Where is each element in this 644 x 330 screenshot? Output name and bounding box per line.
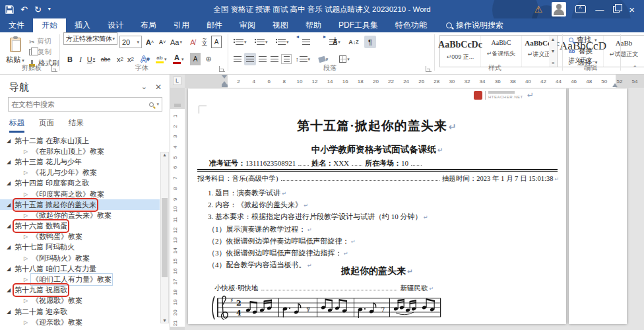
font-color-icon[interactable]: A xyxy=(173,53,184,65)
character-shading-icon[interactable]: A xyxy=(190,53,201,65)
redo-icon[interactable]: ↻ xyxy=(34,5,42,14)
nav-heading-item[interactable]: ◢ 第十四篇 印度客商之歌 xyxy=(0,178,160,189)
admission-line[interactable]: 准考证号：13111623508921姓名：XXX所在考场：10 xyxy=(209,158,424,168)
shrink-font-icon[interactable]: A˅ xyxy=(157,36,168,48)
nav-heading-item[interactable]: ▷ 《咱们工人有力量》教案 xyxy=(0,274,160,284)
font-size-select[interactable]: 20▾ xyxy=(119,36,142,48)
nav-search-input[interactable] xyxy=(11,100,149,108)
expand-triangle-icon[interactable]: ◢ xyxy=(7,244,15,250)
expand-triangle-icon[interactable]: ▷ xyxy=(24,234,32,240)
ribbon-tab[interactable]: 插入 xyxy=(66,18,99,32)
song-title[interactable]: 掀起你的盖头来↵ xyxy=(188,265,566,277)
scroll-up-icon[interactable]: ▲ xyxy=(162,152,167,157)
nav-tab[interactable]: 页面 xyxy=(39,118,54,133)
indent-markers[interactable] xyxy=(222,75,228,87)
ribbon-tab[interactable]: 文件 xyxy=(0,18,33,32)
tab-selector[interactable] xyxy=(173,77,181,85)
expand-triangle-icon[interactable]: ▷ xyxy=(24,148,32,154)
paragraph-dialog-launcher[interactable] xyxy=(426,66,432,72)
align-center-icon[interactable] xyxy=(244,53,256,65)
strikethrough-icon[interactable]: abc xyxy=(100,53,111,65)
nav-heading-item[interactable]: ▷ 《迎亲歌》教案 xyxy=(0,317,160,327)
expand-triangle-icon[interactable]: ◢ xyxy=(7,223,15,229)
requirements-list[interactable]: 1. 题目：演奏教学试讲↵2. 内容：《掀起你的盖头来》↵3. 基本要求：根据指… xyxy=(208,187,551,271)
ribbon-tab[interactable]: 帮助 xyxy=(297,18,330,32)
styles-gallery-scrollbar[interactable]: ▲▼≡ xyxy=(549,35,558,67)
font-name-select[interactable]: 方正特雅宋简体▾ xyxy=(63,32,117,45)
nav-heading-item[interactable]: ◢ 第十七篇 阿玛勒火 xyxy=(0,242,160,253)
nav-pane-close-icon[interactable]: ✕ xyxy=(155,82,162,92)
expand-triangle-icon[interactable]: ◢ xyxy=(7,180,15,186)
list-line[interactable]: （3）依据谱例边哼唱低声部旋律边指挥；↵ xyxy=(208,248,551,259)
nav-heading-item[interactable]: ▷ 《在那东山顶上》教案 xyxy=(0,146,160,156)
underline-icon[interactable]: U xyxy=(86,53,96,65)
asian-layout-icon[interactable]: A̽ xyxy=(331,36,342,48)
nav-tab[interactable]: 结果 xyxy=(69,118,84,133)
show-hide-marks-icon[interactable]: ¶ xyxy=(364,36,376,48)
list-line[interactable]: （1）展示演奏课的教学过程；↵ xyxy=(208,224,551,236)
tell-me-search[interactable]: 操作说明搜索 xyxy=(435,18,503,32)
expand-triangle-icon[interactable]: ▷ xyxy=(24,213,32,218)
expand-triangle-icon[interactable]: ◢ xyxy=(7,309,15,315)
nav-heading-item[interactable]: ▷ 《阿玛勒火》教案 xyxy=(0,253,160,263)
nav-search-icon[interactable] xyxy=(149,102,154,107)
expand-triangle-icon[interactable]: ▷ xyxy=(24,191,32,197)
warning-icon[interactable]: ⚠ xyxy=(534,4,543,15)
nav-search-dropdown-icon[interactable]: ▾ xyxy=(156,102,159,107)
nav-pane-options-icon[interactable]: ⌄ xyxy=(141,82,147,91)
expand-triangle-icon[interactable]: ▷ xyxy=(24,277,32,282)
top-margin-marker[interactable] xyxy=(174,104,181,107)
list-line[interactable]: 2. 内容：《掀起你的盖头来》↵ xyxy=(208,199,551,211)
undo-icon[interactable]: ↶ xyxy=(20,5,28,14)
scrollbar-thumb[interactable] xyxy=(162,198,168,277)
style-item[interactable]: AaBbCcDc ↵009 正... xyxy=(440,36,481,67)
nav-heading-item[interactable]: ▷ 《掀起你的盖头来》教案 xyxy=(0,210,160,220)
ribbon-tab[interactable]: 视图 xyxy=(264,18,297,32)
numbering-icon[interactable] xyxy=(255,36,268,48)
ribbon-tab[interactable]: 引用 xyxy=(165,18,198,32)
nav-heading-item[interactable]: ◢ 第二十篇 迎亲歌 xyxy=(0,306,160,317)
right-indent-marker[interactable] xyxy=(612,81,618,87)
change-case-icon[interactable]: Aa xyxy=(170,36,182,48)
expand-triangle-icon[interactable]: ▷ xyxy=(24,255,32,261)
ribbon-tab[interactable]: 审阅 xyxy=(231,18,264,32)
expand-triangle-icon[interactable]: ◢ xyxy=(7,159,15,165)
subject-line[interactable]: 报考科目：音乐(高级中学) 抽题时间：2023 年 1 月 7 日 15:01:… xyxy=(197,174,559,183)
sort-icon[interactable]: A↓Z xyxy=(348,36,359,48)
line-spacing-icon[interactable]: ↕ xyxy=(296,53,310,65)
nav-heading-item[interactable]: ▷ 《印度客商之歌》教案 xyxy=(0,189,160,199)
clipboard-dialog-launcher[interactable] xyxy=(51,66,57,72)
enclose-characters-icon[interactable]: ⊕ xyxy=(203,53,214,65)
next-page-preview[interactable] xyxy=(569,88,627,324)
nav-heading-item[interactable]: ▷ 《花儿与少年》教案 xyxy=(0,168,160,178)
ribbon-tab[interactable]: 特色功能 xyxy=(387,18,435,32)
character-border-icon[interactable]: A xyxy=(211,36,222,48)
list-line[interactable]: 3. 基本要求：根据指定内容进行片段教学设计与试讲（约 10 分钟）↵ xyxy=(208,211,551,223)
scroll-down-icon[interactable]: ▼ xyxy=(162,318,167,323)
decrease-indent-icon[interactable] xyxy=(301,36,311,48)
style-item[interactable]: AaBbC ↵备课纸头 xyxy=(481,36,522,67)
bold-icon[interactable]: B xyxy=(65,53,75,65)
vertical-ruler[interactable]: 123456789101112131415161718192021 xyxy=(170,88,185,330)
ribbon-tab[interactable]: 布局 xyxy=(132,18,165,32)
nav-heading-item[interactable]: ◢ 第十八篇 咱们工人有力量 xyxy=(0,263,160,274)
distribute-icon[interactable] xyxy=(281,54,292,64)
font-dialog-launcher[interactable] xyxy=(219,66,225,72)
collapse-ribbon-icon[interactable]: ⌃ xyxy=(632,65,637,71)
expand-triangle-icon[interactable]: ◢ xyxy=(7,202,15,208)
list-line[interactable]: 1. 题目：演奏教学试讲↵ xyxy=(208,187,551,199)
expand-triangle-icon[interactable]: ◢ xyxy=(7,138,15,144)
replace-button[interactable]: ab替换 xyxy=(569,46,593,56)
customize-qat-icon[interactable]: ▾ xyxy=(48,7,51,12)
nav-heading-item[interactable]: ◢ 第十五篇 掀起你的盖头来 xyxy=(0,199,160,210)
ribbon-display-options-icon[interactable] xyxy=(575,5,586,13)
minimize-button[interactable]: — xyxy=(595,5,604,15)
account-avatar[interactable] xyxy=(552,2,566,16)
nav-scrollbar[interactable]: ▲▼ xyxy=(160,152,169,323)
document-title[interactable]: 第十五篇·掀起你的盖头来↵ xyxy=(188,117,566,135)
document-subtitle[interactable]: 中小学教师资格考试面试备课纸↵ xyxy=(188,144,566,156)
restore-button[interactable] xyxy=(613,6,620,13)
list-line[interactable]: （2）依据谱例边弹伴奏边哼唱低声部旋律；↵ xyxy=(208,236,551,248)
cut-button[interactable]: ✂剪切 xyxy=(29,37,51,46)
expand-triangle-icon[interactable]: ▷ xyxy=(24,319,32,325)
